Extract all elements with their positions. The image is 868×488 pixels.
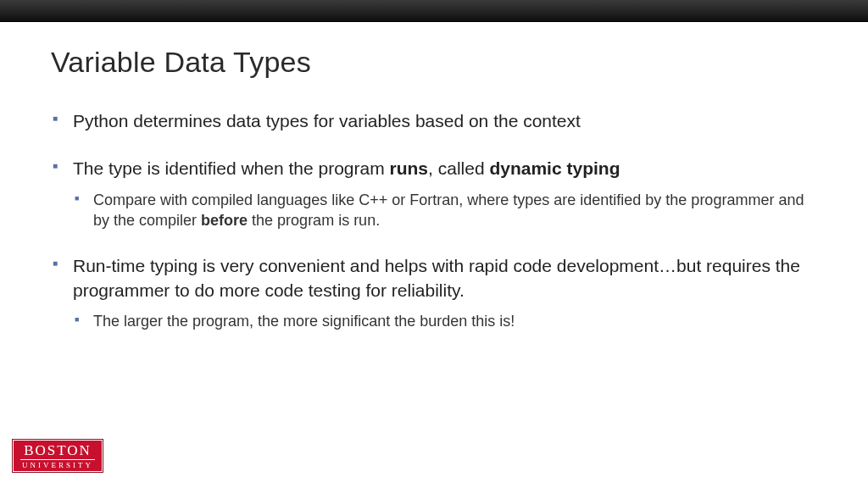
bold-text: dynamic typing — [489, 158, 620, 178]
sub-bullet-item: Compare with compiled languages like C++… — [73, 190, 817, 231]
bullet-text: Run-time typing is very convenient and h… — [73, 256, 800, 299]
bullet-item: Python determines data types for variabl… — [51, 109, 817, 133]
sub-bullet-item: The larger the program, the more signifi… — [73, 311, 817, 331]
bullet-text: The larger the program, the more signifi… — [93, 313, 515, 330]
sub-bullet-list: The larger the program, the more signifi… — [73, 311, 817, 331]
bullet-item: The type is identified when the program … — [51, 157, 817, 230]
bullet-item: Run-time typing is very convenient and h… — [51, 254, 817, 331]
bold-text: before — [201, 212, 248, 229]
bullet-text: , called — [428, 158, 489, 178]
slide-title: Variable Data Types — [51, 46, 817, 79]
bullet-text: Python determines data types for variabl… — [73, 111, 581, 130]
bullet-text: Compare with compiled languages like C++… — [93, 191, 804, 229]
bold-text: runs — [390, 158, 429, 178]
logo-line1: BOSTON — [20, 443, 95, 460]
logo-line2: UNIVERSITY — [22, 462, 93, 469]
bullet-text: The type is identified when the program — [73, 158, 390, 178]
sub-bullet-list: Compare with compiled languages like C++… — [73, 190, 817, 231]
slide-body: Variable Data Types Python determines da… — [0, 22, 868, 331]
bullet-list: Python determines data types for variabl… — [51, 109, 817, 331]
top-bar — [0, 0, 868, 22]
bullet-text: the program is run. — [248, 212, 380, 229]
boston-university-logo: BOSTON UNIVERSITY — [12, 439, 103, 473]
